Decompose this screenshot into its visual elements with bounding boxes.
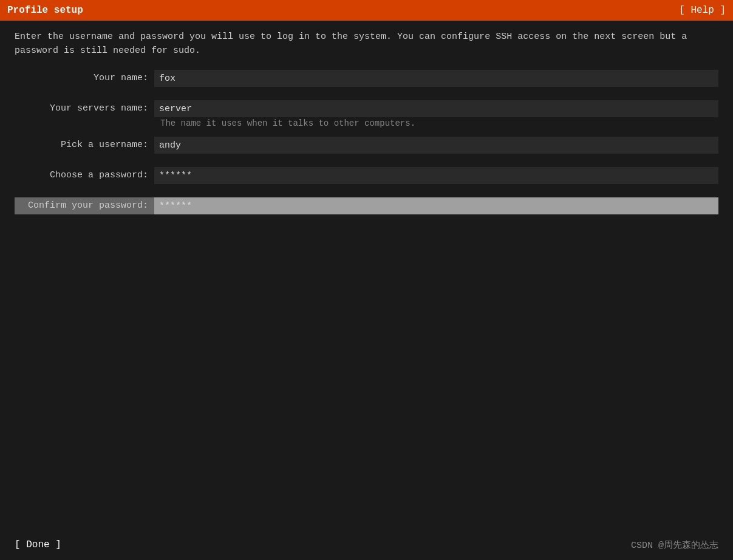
confirm-password-label: Confirm your password:	[15, 197, 154, 214]
username-row: Pick a username: andy	[15, 137, 718, 159]
server-name-row: Your servers name: server	[15, 100, 718, 117]
server-name-value[interactable]: server	[154, 100, 718, 117]
watermark: CSDN @周先森的怂志	[631, 539, 718, 551]
bottom-bar: [ Done ] CSDN @周先森的怂志	[0, 530, 733, 560]
your-name-label: Your name:	[15, 70, 154, 87]
password-row: Choose a password: ******	[15, 167, 718, 189]
description-line2: password is still needed for sudo.	[15, 44, 718, 58]
description-line1: Enter the username and password you will…	[15, 30, 718, 44]
description: Enter the username and password you will…	[15, 30, 718, 58]
your-name-row: Your name: fox	[15, 70, 718, 92]
server-name-label: Your servers name:	[15, 100, 154, 117]
password-label: Choose a password:	[15, 167, 154, 184]
password-value[interactable]: ******	[154, 167, 718, 184]
help-button[interactable]: [ Help ]	[679, 5, 726, 16]
username-label: Pick a username:	[15, 137, 154, 154]
username-value[interactable]: andy	[154, 137, 718, 154]
confirm-password-value[interactable]: ******	[154, 197, 718, 214]
your-name-value[interactable]: fox	[154, 70, 718, 87]
server-name-hint: The name it uses when it talks to other …	[15, 118, 718, 128]
main-content: Enter the username and password you will…	[0, 21, 733, 224]
done-button[interactable]: [ Done ]	[15, 539, 61, 550]
title-bar-title: Profile setup	[7, 5, 83, 16]
form-section: Your name: fox Your servers name: server…	[15, 70, 718, 214]
confirm-password-row: Confirm your password: ******	[15, 197, 718, 214]
title-bar: Profile setup [ Help ]	[0, 0, 733, 21]
server-name-group: Your servers name: server The name it us…	[15, 100, 718, 132]
